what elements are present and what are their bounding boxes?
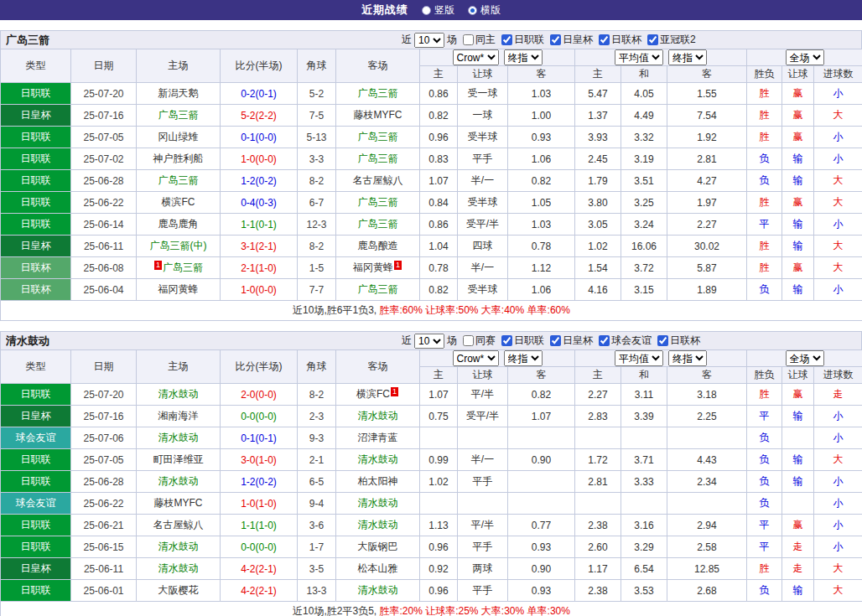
red-card-badge: 1: [154, 261, 162, 270]
league-checkbox[interactable]: [501, 34, 512, 45]
team-link[interactable]: 冈山绿雉: [158, 131, 199, 142]
team-link[interactable]: 横滨FC: [356, 388, 390, 400]
team-link[interactable]: 广岛三箭: [158, 109, 199, 121]
team-link[interactable]: 清水鼓动: [358, 497, 398, 509]
team-link[interactable]: 清水鼓动: [358, 453, 398, 465]
team-link[interactable]: 广岛三箭: [358, 131, 398, 142]
team-link[interactable]: 福冈黄蜂: [158, 283, 199, 295]
league-filter-3[interactable]: 日联杯: [657, 334, 700, 348]
league-filter-0[interactable]: 日职联: [501, 334, 544, 348]
date-cell: 25-06-11: [71, 236, 137, 257]
final-euro-odds-select[interactable]: 终指: [668, 350, 707, 366]
league-filter-2[interactable]: 日联杯: [599, 33, 641, 47]
team-link[interactable]: 广岛三箭: [358, 196, 398, 208]
team-link[interactable]: 柏太阳神: [358, 475, 398, 487]
league-checkbox[interactable]: [599, 335, 610, 346]
same-venue-checkbox[interactable]: [463, 34, 474, 45]
result-handicap-cell: 输: [782, 148, 814, 170]
home-team-cell: 清水鼓动: [137, 384, 221, 406]
team-link[interactable]: 清水鼓动: [158, 388, 199, 400]
team-link[interactable]: 名古屋鲸八: [153, 519, 204, 531]
team-link[interactable]: 清水鼓动: [358, 410, 398, 422]
team-link[interactable]: 大阪樱花: [158, 584, 199, 596]
subcolumn-header-3: 主: [575, 367, 621, 384]
league-filter-0[interactable]: 日职联: [501, 33, 544, 47]
average-odds-select[interactable]: 平均值: [615, 350, 663, 366]
team-link[interactable]: 清水鼓动: [158, 541, 199, 552]
league-type-cell: 日皇杯: [1, 558, 71, 580]
away-team-cell: 横滨FC1: [336, 384, 420, 406]
team-link[interactable]: 广岛三箭: [358, 218, 398, 230]
team-link[interactable]: 沼津青蓝: [358, 432, 398, 443]
scope-select[interactable]: 全场: [786, 49, 824, 65]
team-link[interactable]: 鹿岛鹿角: [158, 218, 199, 230]
layout-radio-horizontal[interactable]: 横版: [468, 3, 501, 18]
final-euro-odds-select[interactable]: 终指: [668, 49, 707, 65]
league-checkbox[interactable]: [599, 34, 610, 45]
league-checkbox[interactable]: [501, 335, 512, 346]
team-link[interactable]: 广岛三箭: [358, 153, 398, 164]
final-odds-select[interactable]: 终指: [504, 49, 543, 65]
league-checkbox[interactable]: [647, 34, 658, 45]
handicap-away-odds-cell: 1.00: [508, 105, 575, 127]
same-venue-filter[interactable]: 同主: [463, 33, 496, 47]
team-link[interactable]: 清水鼓动: [158, 475, 199, 487]
team-link[interactable]: 清水鼓动: [158, 432, 199, 443]
avg-home-odds-cell: 2.45: [575, 148, 621, 170]
team-link[interactable]: 藤枝MYFC: [354, 109, 402, 121]
team-link[interactable]: 清水鼓动: [358, 584, 398, 596]
team-link[interactable]: 鹿岛酿造: [358, 240, 398, 251]
team-link[interactable]: 神户胜利船: [153, 153, 204, 164]
radio-horizontal-icon[interactable]: [468, 6, 477, 15]
league-type-cell: 日联杯: [1, 279, 71, 301]
match-count-select[interactable]: 10: [414, 33, 444, 48]
handicap-line-cell: 半/一: [458, 257, 508, 279]
result-wdl-cell: 胜: [747, 236, 782, 257]
avg-draw-odds-cell: 3.25: [621, 192, 667, 214]
league-filter-1[interactable]: 日皇杯: [550, 334, 593, 348]
radio-vertical-icon[interactable]: [422, 6, 431, 15]
handicap-line-cell: 受半球: [458, 127, 508, 148]
team-link[interactable]: 大阪钢巴: [358, 541, 398, 552]
league-type-cell: 日职联: [1, 170, 71, 192]
date-cell: 25-06-22: [71, 493, 137, 515]
match-count-select[interactable]: 10: [414, 334, 444, 349]
team-link[interactable]: 松本山雅: [358, 562, 398, 574]
league-filter-1[interactable]: 日皇杯: [550, 33, 593, 47]
same-venue-filter[interactable]: 同赛: [463, 334, 496, 348]
average-odds-select[interactable]: 平均值: [615, 49, 663, 65]
score-cell: 1-0(1-0): [221, 493, 298, 515]
bookmaker-select[interactable]: Crow*: [453, 49, 499, 65]
team-link[interactable]: 名古屋鲸八: [353, 174, 403, 186]
results-table: 类型日期主场比分(半场)角球客场Crow*终指平均值终指全场主让球客主和客胜负让…: [0, 49, 862, 321]
team-link[interactable]: 广岛三箭: [358, 87, 398, 99]
scope-select[interactable]: 全场: [786, 350, 824, 366]
team-link[interactable]: 广岛三箭: [358, 283, 398, 295]
team-link[interactable]: 横滨FC: [162, 196, 195, 208]
league-checkbox[interactable]: [657, 335, 668, 346]
result-goals-cell: 大: [814, 580, 862, 602]
final-odds-select[interactable]: 终指: [504, 350, 543, 366]
result-goals-cell: 小: [814, 493, 862, 515]
same-venue-checkbox[interactable]: [463, 335, 474, 346]
league-filter-3[interactable]: 亚冠联2: [647, 33, 696, 47]
layout-radio-vertical[interactable]: 竖版: [422, 3, 454, 18]
team-link[interactable]: 广岛三箭: [158, 174, 199, 186]
team-link[interactable]: 广岛三箭(中): [150, 240, 207, 251]
league-checkbox[interactable]: [550, 34, 561, 45]
team-link[interactable]: 福冈黄蜂: [353, 261, 393, 273]
home-team-cell: 横滨FC: [137, 192, 221, 214]
team-link[interactable]: 广岛三箭: [163, 261, 203, 273]
league-type-cell: 日职联: [1, 214, 71, 236]
team-link[interactable]: 湘南海洋: [158, 410, 199, 422]
league-filter-2[interactable]: 球会友谊: [599, 334, 652, 348]
league-checkbox[interactable]: [550, 335, 561, 346]
score-cell: 1-1(0-1): [221, 214, 298, 236]
team-link[interactable]: 清水鼓动: [158, 562, 199, 574]
same-venue-label: 同主: [475, 33, 496, 47]
team-link[interactable]: 藤枝MYFC: [154, 497, 203, 509]
bookmaker-select[interactable]: Crow*: [453, 350, 499, 366]
team-link[interactable]: 町田泽维亚: [153, 453, 204, 465]
team-link[interactable]: 清水鼓动: [358, 519, 398, 531]
team-link[interactable]: 新潟天鹅: [158, 87, 199, 99]
